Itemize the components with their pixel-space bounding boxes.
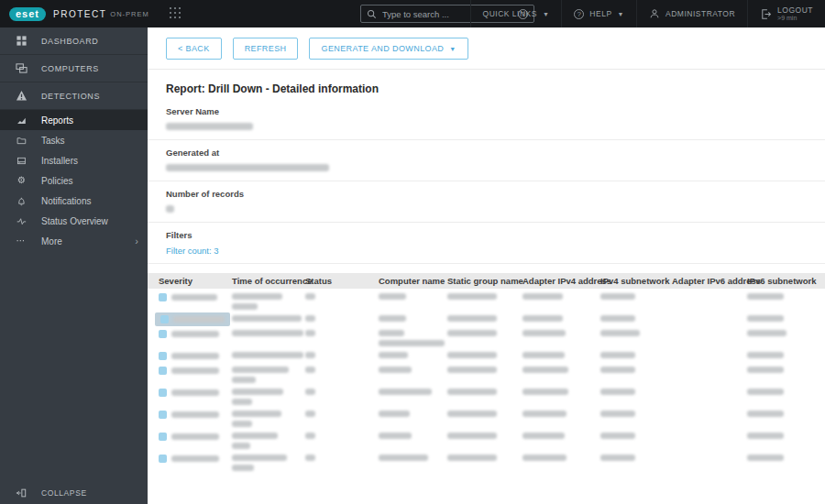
time-cell [232,325,305,336]
product-name: PROTECT [53,9,106,19]
ipv6-subnetwork-cell [747,362,818,373]
computer-name-cell [379,450,447,461]
collapse-button[interactable]: COLLAPSE [0,481,148,504]
severity-cell [159,330,219,338]
toolbar: < BACK REFRESH GENERATE AND DOWNLOAD▼ [148,27,825,70]
sidebar-item-computers[interactable]: COMPUTERS [0,55,148,82]
search-icon [367,9,377,19]
redacted-text [447,293,497,300]
page-title: Report: Drill Down - Detailed informatio… [148,70,825,99]
status-overview-icon [16,215,26,225]
static-group-cell [447,450,522,461]
table-row[interactable] [148,450,825,472]
table-row[interactable] [148,362,825,384]
time-cell [232,362,305,383]
redacted-text [232,377,256,383]
user-menu[interactable]: ADMINISTRATOR [636,0,747,27]
redacted-text [600,455,635,461]
adapter-ipv4-cell [522,450,600,461]
sidebar-item-reports[interactable]: Reports [0,110,148,130]
table-body: Computer iDetailsScan▷Power▷Update▷Platf… [148,289,825,472]
table-row[interactable] [148,428,825,450]
redacted-value [166,123,253,130]
redacted-text [305,411,315,417]
filter-count-link[interactable]: Filter count: 3 [166,246,219,256]
sidebar-item-dashboard[interactable]: DASHBOARD [0,27,148,55]
redacted-text [447,389,497,395]
table-row[interactable] [148,325,825,347]
table-row[interactable] [148,289,825,311]
table-row[interactable] [148,347,825,362]
chevron-down-icon: ▼ [543,11,549,17]
sidebar-item-detections[interactable]: DETECTIONS [0,82,148,110]
redacted-text [232,421,252,427]
table-row[interactable] [148,384,825,406]
main-content: < BACK REFRESH GENERATE AND DOWNLOAD▼ Re… [148,27,825,504]
redacted-text [600,330,640,336]
ipv4-subnetwork-cell [600,384,672,395]
static-group-cell [447,289,522,300]
ipv6-subnetwork-cell [747,384,818,395]
status-cell [305,289,379,300]
report-field-server-name: Server Name [148,99,825,140]
column-header-adapter-ipv4-address[interactable]: Adapter IPv4 address [522,273,600,289]
adapter-ipv6-cell [672,384,747,389]
redacted-text [747,330,786,336]
reports-icon [16,115,26,125]
sidebar-item-policies[interactable]: ⚙Policies [0,170,148,191]
adapter-ipv4-cell [522,347,600,358]
sidebar-item-notifications[interactable]: Notifications [0,191,148,211]
logout-button[interactable]: LOGOUT >9 min [747,0,825,27]
column-header-adapter-ipv6-address[interactable]: Adapter IPv6 address [672,273,747,289]
column-header-ipv4-subnetwork[interactable]: IPv4 subnetwork [600,273,672,289]
sidebar-item-installers[interactable]: Installers [0,150,148,170]
ipv6-subnetwork-cell [747,347,818,358]
sidebar-item-more[interactable]: ⋯More› [0,231,148,251]
redacted-text [522,411,566,417]
column-header-static-group-name[interactable]: Static group name [447,273,522,289]
redacted-text [747,433,784,439]
field-label: Server Name [166,106,825,116]
brand: eset PROTECT ON-PREM [0,7,182,21]
redacted-text [379,389,432,395]
chevron-down-icon: ▼ [618,11,624,17]
back-button[interactable]: < BACK [166,38,222,60]
severity-information-icon [159,330,167,338]
help-menu[interactable]: ? HELP▼ [561,0,636,27]
table-row[interactable] [148,311,825,325]
adapter-ipv6-cell [672,347,747,352]
generate-and-download-button[interactable]: GENERATE AND DOWNLOAD▼ [309,38,468,60]
logout-icon [760,8,772,20]
ipv6-subnetwork-cell [747,450,818,461]
table-header: SeverityTime of occurrenceStatusComputer… [148,273,825,289]
severity-information-icon [160,315,169,323]
notifications-icon [16,195,26,205]
detections-icon [16,90,28,102]
redacted-text [522,330,566,336]
app-grid-icon[interactable] [170,7,182,20]
redacted-text [379,411,410,417]
filters-label: Filters [166,230,825,240]
table-row[interactable] [148,406,825,428]
redacted-text [232,433,278,439]
redacted-text [232,303,258,310]
time-cell [232,406,305,427]
redacted-text [600,433,635,439]
edition-label: ON-PREM [110,10,148,18]
column-header-severity[interactable]: Severity [159,273,232,289]
refresh-button[interactable]: REFRESH [233,38,299,60]
column-header-status[interactable]: Status [305,273,379,289]
column-header-time-of-occurrence[interactable]: Time of occurrence [232,273,305,289]
severity-cell [159,352,219,360]
redacted-text [305,389,315,395]
sidebar-item-status-overview[interactable]: Status Overview [0,211,148,231]
status-cell [305,384,379,395]
user-label: ADMINISTRATOR [666,9,735,18]
column-header-ipv6-subnetwork[interactable]: IPv6 subnetwork [747,273,818,289]
ipv4-subnetwork-cell [600,362,672,373]
time-cell [232,289,305,310]
quick-links-menu[interactable]: QUICK LINKS▼ [470,0,562,27]
column-header-computer-name[interactable]: Computer name [379,273,447,289]
redacted-text [232,352,303,358]
sidebar-item-tasks[interactable]: Tasks [0,130,148,150]
